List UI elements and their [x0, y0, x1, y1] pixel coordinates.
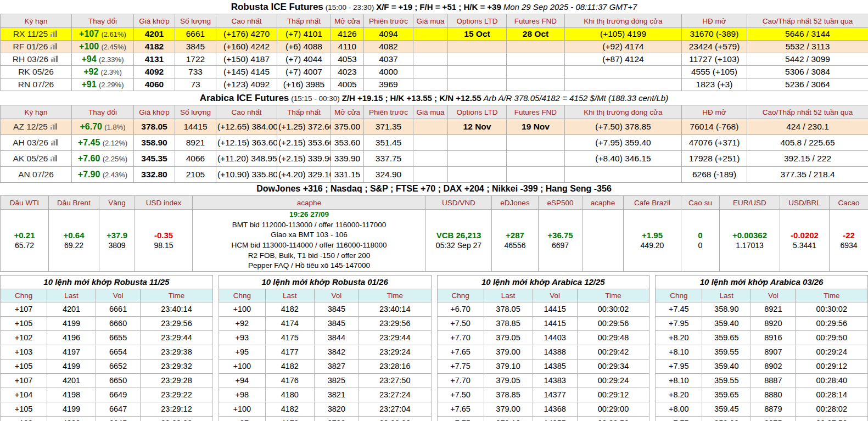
market-header-row: Dầu WTI Dầu Brent Vàng USD index acaphe …: [1, 196, 868, 210]
contract-cell[interactable]: RF 01/26: [1, 41, 72, 53]
acaphe-line: BMT bid 112000-113000 / offer 116000-117…: [194, 220, 424, 231]
column-header: Số lượng: [175, 105, 216, 119]
bar-chart-icon[interactable]: [50, 30, 59, 40]
column-header: Phiên trước: [364, 14, 413, 28]
column-header: Thay đổi: [72, 105, 134, 119]
market-close-cell: [565, 78, 682, 91]
market-close-cell: (+92) 4174: [565, 41, 682, 53]
open-cell: 331.15: [331, 167, 364, 183]
vol-cell: 8875: [751, 416, 796, 421]
52w-range-cell: 5532 / 3113: [747, 41, 868, 53]
contract-label[interactable]: RF 01/26: [13, 42, 48, 51]
orders-table-arabica-0326: 10 lệnh mới khớp Arabica 03/26 ChngLastV…: [655, 275, 868, 421]
last-cell: 4182: [265, 302, 314, 316]
last-cell: 359.55: [702, 373, 751, 388]
time-cell: 23:29:44: [141, 330, 213, 345]
order-row: +107 4201 6661 23:40:14: [1, 302, 213, 316]
contract-cell[interactable]: AH 03/26: [1, 135, 72, 151]
bid-cell: [413, 28, 448, 41]
contract-cell[interactable]: RN 07/26: [1, 78, 72, 91]
open-interest-cell: 4555 (+105): [682, 66, 747, 78]
arabica-spreads: Z/H +19.15 ; H/K +13.55 ; K/N +12.55: [342, 93, 481, 103]
order-row: +100 4182 3820 23:27:04: [219, 402, 431, 416]
vol-cell: 3844: [314, 330, 359, 345]
futures-fnd-cell: [507, 78, 565, 91]
column-header: Mở cửa: [331, 14, 364, 28]
change-cell: +7.60 (2.25%): [72, 151, 134, 167]
orders-table-title: 10 lệnh mới khớp Robusta 01/26: [219, 275, 431, 289]
contract-cell[interactable]: RX 11/25: [1, 28, 72, 41]
prev-session-cell: 324.90: [364, 167, 413, 183]
volume-cell: 73: [175, 78, 216, 91]
options-ltd-cell: [448, 41, 507, 53]
column-header: Time: [359, 289, 431, 302]
last-cell: 379.10: [484, 359, 533, 373]
contract-label[interactable]: RK 05/26: [18, 67, 54, 76]
contract-label[interactable]: RH 03/26: [13, 54, 48, 64]
order-row: +7.75 379.10 14385 00:29:34: [437, 359, 649, 373]
bar-chart-icon[interactable]: [50, 122, 59, 132]
contract-cell[interactable]: AK 05/26: [1, 151, 72, 167]
column-header: Time: [141, 289, 213, 302]
contract-cell[interactable]: AZ 12/25: [1, 119, 72, 135]
vol-cell: 8921: [751, 302, 796, 316]
column-header: USD index: [135, 196, 193, 210]
last-cell: 379.05: [484, 373, 533, 388]
bid-cell: [413, 135, 448, 151]
volume-cell: 3845: [175, 41, 216, 53]
vol-cell: 14385: [533, 359, 577, 373]
order-row: +8.10 359.55 8887 00:28:40: [656, 373, 868, 388]
contract-label[interactable]: AZ 12/25: [13, 122, 48, 131]
last-price-cell: 4060: [134, 78, 175, 91]
bar-chart-icon[interactable]: [51, 138, 59, 148]
vol-cell: 8916: [751, 330, 796, 345]
acaphe-line: Pepper FAQ / Hồ tiêu xô 145-147000: [194, 261, 424, 271]
order-row: +107 4201 6650 23:29:28: [1, 373, 213, 388]
contract-label[interactable]: AN 07/26: [18, 170, 54, 179]
order-row: +103 4197 6654 23:29:38: [1, 345, 213, 359]
bar-chart-icon[interactable]: [51, 55, 59, 65]
volume-cell: 8921: [175, 135, 216, 151]
contract-label[interactable]: AH 03/26: [13, 138, 48, 147]
contract-cell[interactable]: RH 03/26: [1, 53, 72, 66]
market-snapshot-table: Dầu WTI Dầu Brent Vàng USD index acaphe …: [0, 195, 868, 272]
arabica-title: Arabica ICE Futures: [200, 93, 289, 103]
order-row: +105 4199 6652 23:29:32: [1, 359, 213, 373]
52w-range-cell: 377.35 / 218.4: [747, 167, 868, 183]
bar-chart-icon[interactable]: [50, 42, 59, 52]
contract-cell[interactable]: AN 07/26: [1, 167, 72, 183]
chng-cell: +7.75: [437, 416, 484, 421]
contract-label[interactable]: AK 05/26: [13, 154, 48, 163]
column-header: Chng: [656, 289, 702, 302]
contract-label[interactable]: RN 07/26: [18, 80, 54, 89]
futures-row: RK 05/26 +92 (2.3%) 4092 733 (+145) 4145…: [1, 66, 868, 78]
robusta-session-hours: (15:00 - 23:30): [326, 3, 374, 12]
futures-row: RN 07/26 +91 (2.29%) 4060 73 (+123) 4092…: [1, 78, 868, 91]
last-price-cell: 378.05: [134, 119, 175, 135]
column-header: Futures FND: [507, 14, 565, 28]
chng-cell: +7.70: [437, 330, 484, 345]
futures-row: RF 01/26 +100 (2.45%) 4182 3845 (+160) 4…: [1, 41, 868, 53]
robusta-spreads: X/F = +19 ; F/H = +51 ; H/K = +39: [376, 2, 501, 12]
52w-range-cell: 424 / 230.1: [747, 119, 868, 135]
column-header: Dầu WTI: [1, 196, 49, 210]
chng-cell: +100: [219, 402, 265, 416]
last-price-cell: 4201: [134, 28, 175, 41]
chng-cell: +7.70: [437, 373, 484, 388]
futures-fnd-cell: [507, 167, 565, 183]
bar-chart-icon[interactable]: [50, 154, 59, 164]
bid-cell: [413, 66, 448, 78]
contract-label[interactable]: RX 11/25: [13, 29, 48, 38]
last-cell: 4182: [265, 402, 314, 416]
contract-cell[interactable]: RK 05/26: [1, 66, 72, 78]
column-header: Thấp nhất: [277, 14, 331, 28]
order-row: +105 4199 6660 23:29:56: [1, 316, 213, 330]
open-interest-cell: 76014 (-768): [682, 119, 747, 135]
52w-range-cell: 5306 / 3084: [747, 66, 868, 78]
high-cell: (+176) 4270: [216, 28, 277, 41]
column-header: Cao nhất: [216, 105, 277, 119]
last-price-cell: 345.35: [134, 151, 175, 167]
last-cell: 4174: [265, 316, 314, 330]
change-cell: +7.45 (2.12%): [72, 135, 134, 151]
open-interest-cell: 47076 (+371): [682, 135, 747, 151]
